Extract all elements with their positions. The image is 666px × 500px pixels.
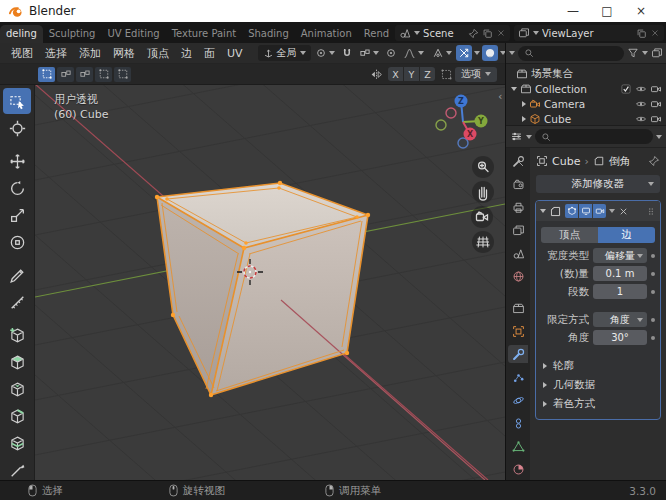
- tool-extrude-region[interactable]: [3, 349, 31, 375]
- zoom-button[interactable]: [472, 156, 494, 178]
- tab-shading[interactable]: Shading: [242, 25, 295, 43]
- new-scene-icon[interactable]: [482, 28, 493, 39]
- limit-method-dropdown[interactable]: 角度: [593, 312, 647, 327]
- width-type-dropdown[interactable]: 偏移量: [593, 248, 647, 263]
- proportional-falloff-dropdown[interactable]: [401, 45, 426, 61]
- xray-toggle[interactable]: [456, 45, 472, 61]
- cube-mesh[interactable]: [155, 181, 485, 480]
- close-icon[interactable]: [496, 28, 506, 38]
- sidebar-collapse-arrow[interactable]: ‹: [498, 90, 502, 103]
- tab-constraints[interactable]: [508, 414, 528, 432]
- tool-knife[interactable]: [3, 457, 31, 480]
- pivot-point-dropdown[interactable]: [313, 45, 337, 61]
- tab-material[interactable]: [508, 460, 528, 478]
- tab-collection[interactable]: [508, 299, 528, 317]
- maximize-button[interactable]: □: [590, 4, 624, 18]
- tab-object[interactable]: [508, 322, 528, 340]
- outliner-label[interactable]: Cube: [544, 113, 632, 125]
- animate-dot[interactable]: [651, 254, 655, 258]
- mirror-x-button[interactable]: X: [388, 67, 403, 81]
- tool-rotate[interactable]: [3, 175, 31, 201]
- amount-field[interactable]: 0.1 m: [593, 266, 647, 281]
- shading-mode-button[interactable]: [482, 45, 498, 61]
- camera-view-button[interactable]: [471, 206, 493, 228]
- display-realtime-toggle[interactable]: [579, 204, 592, 218]
- tool-bevel[interactable]: [3, 403, 31, 429]
- show-gizmo-dropdown[interactable]: [430, 45, 454, 61]
- snap-toggle[interactable]: [339, 45, 355, 61]
- tab-uv-editing[interactable]: UV Editing: [101, 25, 165, 43]
- angle-field[interactable]: 30°: [593, 330, 647, 345]
- chevron-down-icon[interactable]: [656, 135, 662, 139]
- tab-object-data[interactable]: [508, 437, 528, 455]
- tab-rendering[interactable]: Rend: [358, 25, 395, 43]
- chevron-down-icon[interactable]: [526, 135, 532, 139]
- tool-add-cube[interactable]: [3, 322, 31, 348]
- proportional-editing-toggle[interactable]: [383, 45, 399, 61]
- tool-annotate[interactable]: [3, 262, 31, 288]
- tab-animation[interactable]: Animation: [295, 25, 358, 43]
- breadcrumb-object[interactable]: Cube: [552, 155, 580, 168]
- modifier-extras-chevron-icon[interactable]: [609, 209, 615, 213]
- filter-funnel-icon[interactable]: [627, 47, 639, 59]
- menu-face[interactable]: 面: [199, 44, 220, 63]
- tool-measure[interactable]: [3, 289, 31, 315]
- animate-dot[interactable]: [651, 336, 655, 340]
- disclosure-open-icon[interactable]: [511, 87, 517, 91]
- section-geometry[interactable]: 几何数据: [543, 376, 653, 394]
- outliner-row-camera[interactable]: Camera: [506, 96, 666, 111]
- select-mode-new[interactable]: [38, 67, 55, 82]
- tab-physics[interactable]: [508, 391, 528, 409]
- pin-icon[interactable]: [468, 28, 479, 39]
- tab-modifiers[interactable]: [508, 345, 528, 363]
- checkbox-icon[interactable]: [620, 83, 632, 95]
- chevron-down-icon[interactable]: [474, 51, 480, 55]
- tool-scale[interactable]: [3, 202, 31, 228]
- properties-search-input[interactable]: [535, 129, 653, 144]
- animate-dot[interactable]: [651, 272, 655, 276]
- delete-modifier-icon[interactable]: [618, 206, 629, 217]
- scene-name[interactable]: Scene: [423, 28, 465, 39]
- tool-box-select[interactable]: [3, 88, 31, 114]
- select-mode-invert[interactable]: [95, 67, 112, 82]
- menu-select[interactable]: 选择: [40, 44, 72, 63]
- transform-orientation-dropdown[interactable]: 全局: [258, 45, 311, 61]
- pan-hand-button[interactable]: [472, 181, 494, 203]
- tool-loop-cut[interactable]: [3, 430, 31, 456]
- outliner-label[interactable]: 场景集合: [531, 67, 662, 81]
- outliner-search-input[interactable]: [518, 46, 624, 61]
- outliner-row-cube[interactable]: Cube: [506, 111, 666, 125]
- menu-add[interactable]: 添加: [74, 44, 106, 63]
- axis-minus-x[interactable]: [446, 108, 456, 118]
- tab-output[interactable]: [508, 198, 528, 216]
- tab-render[interactable]: [508, 175, 528, 193]
- outliner-label[interactable]: Camera: [544, 98, 632, 110]
- tab-view-layer[interactable]: [508, 221, 528, 239]
- tab-world[interactable]: [508, 267, 528, 285]
- outliner-row-scene-collection[interactable]: 场景集合: [506, 66, 666, 81]
- outliner-row-collection[interactable]: Collection: [506, 81, 666, 96]
- tab-modeling[interactable]: deling: [0, 25, 43, 43]
- minimize-button[interactable]: —: [556, 4, 590, 18]
- viewlayer-name[interactable]: ViewLayer: [542, 28, 633, 39]
- camera-visibility-icon[interactable]: [650, 83, 662, 95]
- eye-icon[interactable]: [635, 98, 647, 110]
- display-editmode-toggle[interactable]: [565, 204, 578, 218]
- perspective-toggle-button[interactable]: [472, 231, 494, 253]
- tab-tool[interactable]: [508, 152, 528, 170]
- chevron-down-icon[interactable]: [642, 51, 648, 55]
- navigation-gizmo[interactable]: Z Y X: [436, 95, 488, 149]
- menu-uv[interactable]: UV: [222, 45, 248, 62]
- axis-minus-y[interactable]: [436, 120, 446, 130]
- affect-vertices-tab[interactable]: 顶点: [541, 227, 598, 243]
- menu-edge[interactable]: 边: [176, 44, 197, 63]
- affect-edges-tab[interactable]: 边: [598, 227, 655, 243]
- animate-dot[interactable]: [651, 290, 655, 294]
- close-icon[interactable]: [650, 28, 660, 38]
- pin-icon[interactable]: [648, 155, 660, 167]
- camera-visibility-icon[interactable]: [650, 98, 662, 110]
- viewport-3d[interactable]: Z Y X ‹ 用户透视 (60): [35, 85, 505, 480]
- menu-view[interactable]: 视图: [6, 44, 38, 63]
- filter-settings-icon[interactable]: [651, 47, 663, 59]
- mirror-z-button[interactable]: Z: [420, 67, 435, 81]
